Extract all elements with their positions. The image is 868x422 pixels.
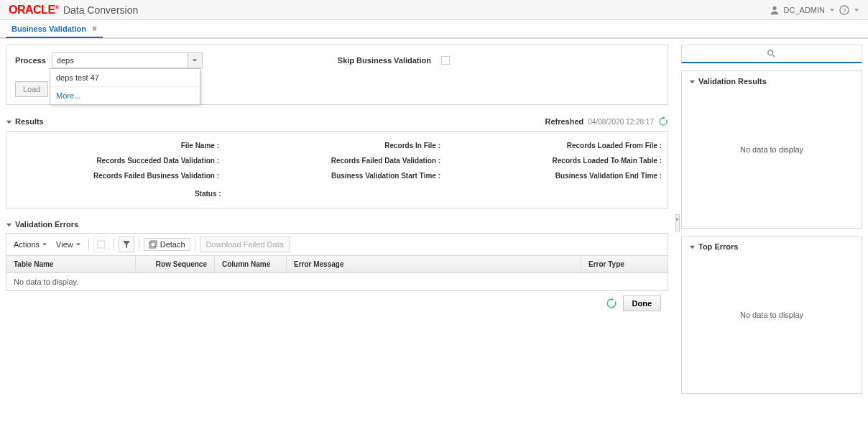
toolbar-separator bbox=[114, 238, 114, 251]
content-left: Process deps deps test 47 More... Skip B… bbox=[0, 39, 674, 407]
records-failed-bv-label: Records Failed Business Validation : bbox=[93, 172, 219, 180]
svg-rect-4 bbox=[149, 242, 155, 248]
done-button[interactable]: Done bbox=[623, 295, 662, 311]
results-panel: File Name : Records In File : Records Lo… bbox=[6, 131, 668, 208]
results-grid: File Name : Records In File : Records Lo… bbox=[6, 132, 668, 190]
right-search-bar[interactable] bbox=[681, 45, 862, 63]
th-column-name[interactable]: Column Name bbox=[215, 256, 287, 272]
records-loaded-main-label: Records Loaded To Main Table : bbox=[553, 157, 662, 165]
disclosure-icon[interactable] bbox=[6, 119, 12, 125]
process-label: Process bbox=[15, 56, 46, 65]
user-name[interactable]: DC_ADMIN bbox=[784, 6, 825, 14]
chevron-down-icon[interactable] bbox=[188, 53, 202, 68]
refresh-icon[interactable] bbox=[658, 116, 668, 127]
toolbar-separator bbox=[139, 238, 139, 251]
refresh-icon[interactable] bbox=[606, 298, 617, 309]
disclosure-icon[interactable] bbox=[689, 244, 696, 250]
process-select-value: deps bbox=[52, 56, 188, 65]
disclosure-icon[interactable] bbox=[6, 221, 12, 228]
process-option[interactable]: deps test 47 bbox=[50, 69, 200, 87]
top-errors-header[interactable]: Top Errors bbox=[689, 242, 854, 251]
process-panel: Process deps deps test 47 More... Skip B… bbox=[6, 45, 668, 105]
validation-errors-title: Validation Errors bbox=[15, 220, 78, 229]
refreshed-label: Refreshed bbox=[545, 117, 583, 126]
file-name-label: File Name : bbox=[181, 142, 219, 150]
disclosure-icon[interactable] bbox=[689, 78, 696, 85]
validation-results-panel: Validation Results No data to display bbox=[681, 70, 862, 229]
footer: Done bbox=[6, 291, 668, 316]
results-title: Results bbox=[15, 117, 44, 126]
main-layout: Process deps deps test 47 More... Skip B… bbox=[0, 39, 868, 407]
bv-end-label: Business Validation End Time : bbox=[555, 172, 662, 180]
validation-errors-toolbar: Actions View Detach bbox=[6, 233, 668, 255]
svg-line-7 bbox=[772, 54, 775, 57]
th-error-type[interactable]: Error Type bbox=[581, 256, 668, 272]
chevron-down-icon[interactable] bbox=[829, 7, 835, 13]
validation-errors-header[interactable]: Validation Errors bbox=[6, 216, 668, 233]
splitter-handle-icon[interactable]: ▸ bbox=[675, 214, 680, 231]
process-row: Process deps deps test 47 More... Skip B… bbox=[15, 52, 659, 68]
no-data-message: No data to display bbox=[740, 311, 803, 319]
validation-results-title: Validation Results bbox=[698, 77, 767, 86]
svg-point-0 bbox=[772, 6, 776, 9]
format-icon bbox=[93, 237, 109, 252]
top-errors-title: Top Errors bbox=[698, 242, 738, 251]
detach-button[interactable]: Detach bbox=[144, 238, 190, 251]
filter-icon[interactable] bbox=[119, 237, 134, 252]
app-header: ORACLE® Data Conversion DC_ADMIN ? bbox=[0, 0, 868, 20]
records-failed-dv-label: Records Failed Data Validation : bbox=[331, 157, 440, 165]
actions-menu[interactable]: Actions bbox=[11, 239, 50, 250]
app-header-right: DC_ADMIN ? bbox=[770, 5, 859, 15]
results-header[interactable]: Results Refreshed 04/08/2020 12:28:17 bbox=[6, 112, 668, 131]
process-option-more[interactable]: More... bbox=[50, 87, 200, 104]
tab-bar: Business Validation × bbox=[0, 20, 868, 39]
toolbar-separator bbox=[195, 238, 195, 251]
close-icon[interactable]: × bbox=[92, 24, 97, 34]
records-loaded-from-file-label: Records Loaded From File : bbox=[567, 142, 662, 150]
records-succeeded-dv-label: Records Succeded Data Validation : bbox=[96, 157, 219, 165]
top-errors-panel: Top Errors No data to display bbox=[681, 236, 862, 394]
th-row-sequence[interactable]: Row Sequence bbox=[136, 256, 215, 272]
skip-validation-checkbox[interactable] bbox=[441, 56, 450, 65]
table-body-empty: No data to display. bbox=[6, 273, 668, 290]
user-icon bbox=[770, 5, 780, 15]
validation-errors-section: Validation Errors Actions View bbox=[6, 216, 668, 291]
results-header-right: Refreshed 04/08/2020 12:28:17 bbox=[545, 116, 668, 127]
no-data-message: No data to display bbox=[740, 145, 803, 154]
tab-label: Business Validation bbox=[11, 24, 86, 33]
records-in-file-label: Records In File : bbox=[384, 142, 440, 150]
oracle-logo: ORACLE® bbox=[9, 4, 59, 17]
svg-rect-5 bbox=[151, 241, 157, 247]
process-dropdown: deps test 47 More... bbox=[50, 68, 200, 105]
results-section: Results Refreshed 04/08/2020 12:28:17 Fi… bbox=[6, 112, 668, 208]
process-select[interactable]: deps bbox=[52, 52, 203, 68]
download-failed-data-button: Download Failed Data bbox=[200, 237, 290, 252]
svg-text:?: ? bbox=[843, 6, 846, 14]
app-header-left: ORACLE® Data Conversion bbox=[9, 4, 138, 17]
content-right: Validation Results No data to display To… bbox=[681, 39, 868, 407]
th-error-message[interactable]: Error Message bbox=[287, 256, 581, 272]
refreshed-time: 04/08/2020 12:28:17 bbox=[588, 118, 654, 126]
search-icon bbox=[767, 49, 777, 59]
validation-results-header[interactable]: Validation Results bbox=[689, 77, 854, 86]
tab-business-validation[interactable]: Business Validation × bbox=[6, 21, 103, 38]
svg-rect-3 bbox=[98, 241, 105, 248]
toolbar-separator bbox=[88, 238, 89, 251]
validation-errors-table: Table Name Row Sequence Column Name Erro… bbox=[6, 255, 668, 291]
load-button[interactable]: Load bbox=[15, 81, 48, 97]
svg-point-6 bbox=[768, 50, 773, 55]
bv-start-label: Business Validation Start Time : bbox=[331, 172, 440, 180]
table-header-row: Table Name Row Sequence Column Name Erro… bbox=[6, 256, 668, 273]
th-table-name[interactable]: Table Name bbox=[6, 256, 136, 272]
splitter[interactable]: ▸ bbox=[674, 39, 681, 407]
skip-validation-label: Skip Business Validation bbox=[338, 56, 431, 65]
help-icon[interactable]: ? bbox=[839, 5, 849, 15]
status-label: Status : bbox=[195, 190, 221, 198]
app-title: Data Conversion bbox=[63, 4, 138, 16]
chevron-down-icon[interactable] bbox=[854, 7, 859, 13]
view-menu[interactable]: View bbox=[53, 239, 84, 250]
